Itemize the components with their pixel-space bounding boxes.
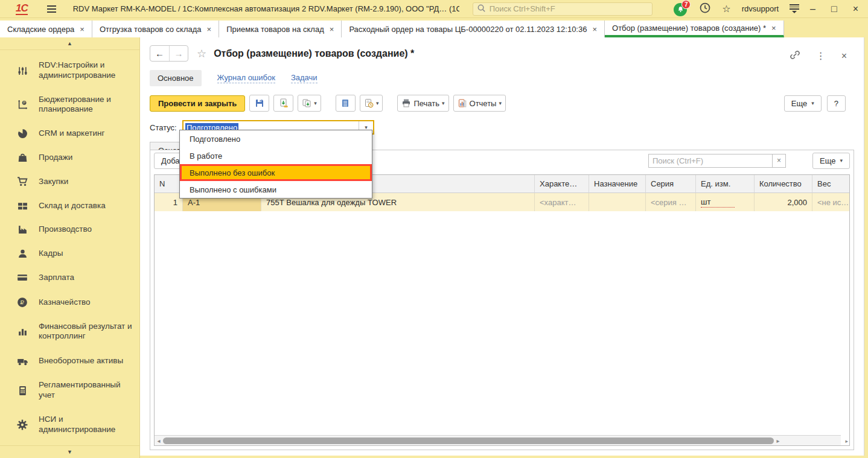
calculator-icon xyxy=(16,386,29,396)
post-and-close-button[interactable]: Провести и закрыть xyxy=(150,95,245,112)
row-number-cell[interactable]: 1 xyxy=(155,193,183,211)
unit-cell[interactable]: шт xyxy=(696,193,755,211)
status-option-done-no-errors[interactable]: Выполнено без ошибок xyxy=(180,164,372,181)
scroll-left-icon[interactable]: ◂ xyxy=(155,437,163,444)
person-icon xyxy=(16,249,29,259)
print-button[interactable]: Печать ▾ xyxy=(397,95,448,112)
qty-cell[interactable]: 2,000 xyxy=(755,193,812,211)
table-search-input[interactable] xyxy=(648,154,773,168)
tab-close-icon[interactable]: × xyxy=(592,25,597,34)
close-window-button[interactable]: × xyxy=(853,4,858,14)
column-header-series[interactable]: Серия xyxy=(646,175,696,193)
post-document-button[interactable] xyxy=(273,95,293,112)
global-search-input[interactable]: Поиск Ctrl+Shift+F xyxy=(473,2,653,16)
sidebar-collapse-up[interactable]: ▲ xyxy=(0,37,139,50)
current-user[interactable]: rdvsupport xyxy=(742,4,779,13)
sidebar-item-rdv-settings[interactable]: RDV:Настройки и администрирование xyxy=(0,59,139,82)
truck-icon xyxy=(16,355,29,367)
weight-cell[interactable]: <не ис… xyxy=(812,193,850,211)
caret-down-icon: ▾ xyxy=(840,157,843,164)
tab-close-icon[interactable]: × xyxy=(80,25,85,34)
column-header-unit[interactable]: Ед. изм. xyxy=(696,175,755,193)
sidebar-item-hr[interactable]: Кадры xyxy=(0,247,139,260)
form-title: Отбор (размещение) товаров (создание) * xyxy=(214,48,414,59)
notifications-bell-icon[interactable]: 7 xyxy=(674,2,688,16)
sidebar-item-treasury[interactable]: Р Казначейство xyxy=(0,296,139,309)
column-header-purpose[interactable]: Назначение xyxy=(589,175,646,193)
sidebar-item-salary[interactable]: Зарплата xyxy=(0,271,139,284)
movements-list-button[interactable] xyxy=(336,95,356,112)
sidebar-item-assets[interactable]: Внеоборотные активы xyxy=(0,354,139,368)
form-more-button[interactable]: Еще ▾ xyxy=(784,95,822,112)
column-header-characteristic[interactable]: Характе… xyxy=(535,175,589,193)
reports-button[interactable]: Отчеты ▾ xyxy=(453,95,506,112)
tab-close-icon[interactable]: × xyxy=(330,25,334,34)
service-menu-icon[interactable] xyxy=(790,4,799,13)
tab-shipment[interactable]: Отгрузка товаров со склада× xyxy=(92,21,219,37)
column-header-n[interactable]: N xyxy=(155,175,183,193)
tab-warehouse-orders[interactable]: Складские ордера× xyxy=(0,21,92,37)
tab-close-icon[interactable]: × xyxy=(771,24,776,33)
sidebar-item-finance[interactable]: Финансовый результат и контроллинг xyxy=(0,320,139,343)
tab-picking-active[interactable]: Отбор (размещение) товаров (создание) *× xyxy=(605,21,784,37)
main-menu-icon[interactable] xyxy=(47,5,56,13)
help-button[interactable]: ? xyxy=(827,95,846,112)
close-form-icon[interactable]: × xyxy=(841,51,847,61)
sidebar-item-purchases[interactable]: Закупки xyxy=(0,175,139,188)
column-header-qty[interactable]: Количество xyxy=(755,175,812,193)
clear-search-icon[interactable]: × xyxy=(773,154,786,168)
search-placeholder: Поиск Ctrl+Shift+F xyxy=(490,4,555,13)
sidebar-item-sales[interactable]: Продажи xyxy=(0,151,139,164)
characteristic-cell[interactable]: <характ… xyxy=(535,193,589,211)
save-button[interactable] xyxy=(249,95,269,112)
horizontal-scrollbar[interactable]: ◂ ▸ xyxy=(155,435,841,445)
app-title: RDV Маркет RM-KA-MODEL / 1С:Комплексная … xyxy=(73,4,459,13)
schedule-document-button[interactable]: ▾ xyxy=(360,95,383,112)
tab-close-icon[interactable]: × xyxy=(207,25,212,34)
history-clock-icon[interactable] xyxy=(699,2,711,16)
status-option-prepared[interactable]: Подготовлено xyxy=(180,130,372,147)
sidebar: ▲ RDV:Настройки и администрирование Р Бю… xyxy=(0,37,140,458)
sidebar-collapse-down[interactable]: ▼ xyxy=(0,445,139,458)
search-icon xyxy=(477,4,486,14)
series-cell[interactable]: <серия … xyxy=(646,193,696,211)
minimize-button[interactable]: – xyxy=(810,4,815,14)
sidebar-item-production[interactable]: Производство xyxy=(0,223,139,236)
status-option-in-progress[interactable]: В работе xyxy=(180,147,372,164)
tab-expense-order[interactable]: Расходный ордер на товары ЦБ-00000220 от… xyxy=(342,21,605,37)
pie-chart-icon xyxy=(16,129,29,139)
favorites-star-icon[interactable]: ☆ xyxy=(722,4,730,14)
tab-bar: Складские ордера× Отгрузка товаров со ск… xyxy=(0,18,868,37)
maximize-button[interactable]: □ xyxy=(831,4,837,14)
form-nav-tasks[interactable]: Задачи xyxy=(291,73,318,83)
caret-down-icon: ▾ xyxy=(442,100,445,106)
app-background-edge xyxy=(140,456,868,458)
kebab-menu-icon[interactable]: ⋮ xyxy=(816,51,826,61)
form-nav-error-log[interactable]: Журнал ошибок xyxy=(217,73,275,83)
purpose-cell[interactable] xyxy=(589,193,646,211)
post-options-button[interactable]: ▾ xyxy=(298,95,321,112)
sidebar-item-nsi[interactable]: НСИ и администрирование xyxy=(0,413,139,436)
scroll-corner-icon[interactable]: ▸ xyxy=(845,438,848,444)
gear-icon xyxy=(16,419,29,430)
sidebar-item-crm[interactable]: CRM и маркетинг xyxy=(0,127,139,140)
status-dropdown-list: Подготовлено В работе Выполнено без ошиб… xyxy=(179,130,372,199)
1c-logo-icon: 1С xyxy=(16,3,28,15)
table-more-button[interactable]: Еще ▾ xyxy=(812,153,850,169)
form-nav-main[interactable]: Основное xyxy=(150,70,202,86)
payment-card-icon xyxy=(16,272,29,283)
forward-button[interactable]: → xyxy=(169,46,188,61)
sidebar-item-warehouse[interactable]: Склад и доставка xyxy=(0,200,139,212)
favorite-star-icon[interactable]: ☆ xyxy=(197,47,206,60)
caret-down-icon: ▾ xyxy=(376,100,379,106)
shopping-cart-icon xyxy=(16,176,29,187)
sidebar-item-budgeting[interactable]: Р Бюджетирование и планирование xyxy=(0,94,139,116)
scroll-right-icon[interactable]: ▸ xyxy=(774,437,782,444)
status-option-done-with-errors[interactable]: Выполнено с ошибками xyxy=(180,181,372,198)
sidebar-item-regulated[interactable]: Регламентированный учет xyxy=(0,379,139,402)
link-icon[interactable] xyxy=(790,49,800,62)
column-header-weight[interactable]: Вес xyxy=(812,175,850,193)
scrollbar-thumb[interactable] xyxy=(163,437,774,444)
back-button[interactable]: ← xyxy=(150,46,169,61)
tab-receiving[interactable]: Приемка товаров на склад× xyxy=(219,21,342,37)
